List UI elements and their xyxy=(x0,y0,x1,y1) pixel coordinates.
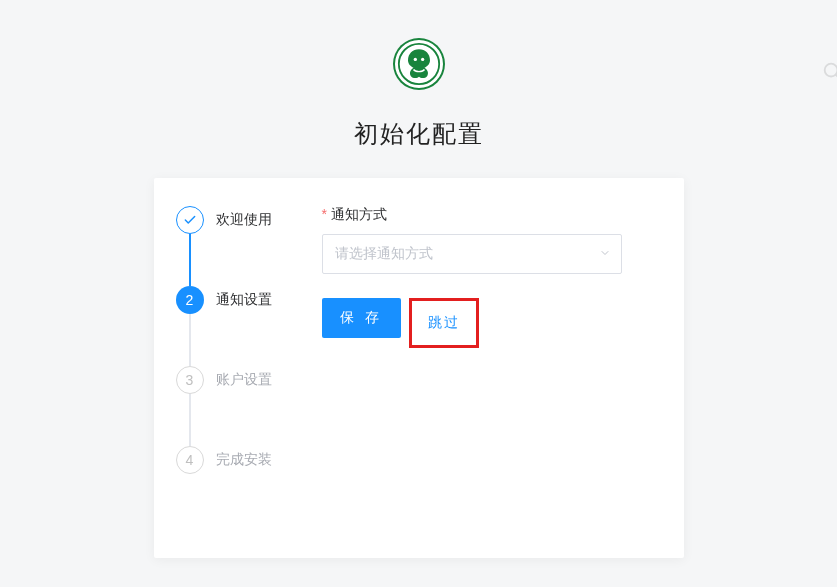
dragon-logo-icon xyxy=(397,42,441,86)
svg-point-3 xyxy=(825,64,837,77)
chevron-down-icon xyxy=(599,246,611,262)
svg-point-2 xyxy=(421,58,424,61)
notify-method-select[interactable]: 请选择通知方式 xyxy=(322,234,622,274)
step-number-icon: 2 xyxy=(176,286,204,314)
step-label: 账户设置 xyxy=(216,371,272,389)
step-notify[interactable]: 2 通知设置 xyxy=(176,286,306,314)
skip-highlight-box: 跳过 xyxy=(409,298,479,348)
search-icon[interactable] xyxy=(821,60,837,86)
config-card: 欢迎使用 2 通知设置 3 账户设置 4 完成安装 *通知方式 xyxy=(154,178,684,558)
save-button[interactable]: 保 存 xyxy=(322,298,402,338)
step-welcome[interactable]: 欢迎使用 xyxy=(176,206,306,234)
svg-point-1 xyxy=(413,58,416,61)
step-label: 欢迎使用 xyxy=(216,211,272,229)
label-text: 通知方式 xyxy=(331,206,387,222)
field-label: *通知方式 xyxy=(322,206,664,224)
step-label: 完成安装 xyxy=(216,451,272,469)
page-title: 初始化配置 xyxy=(354,118,484,150)
step-connector xyxy=(189,234,191,286)
skip-button[interactable]: 跳过 xyxy=(414,303,474,343)
step-label: 通知设置 xyxy=(216,291,272,309)
step-number-icon: 4 xyxy=(176,446,204,474)
step-connector xyxy=(189,314,191,366)
select-placeholder: 请选择通知方式 xyxy=(335,245,433,263)
app-logo xyxy=(393,38,445,90)
required-star-icon: * xyxy=(322,206,327,222)
step-finish[interactable]: 4 完成安装 xyxy=(176,446,306,474)
step-account[interactable]: 3 账户设置 xyxy=(176,366,306,394)
step-number-icon: 3 xyxy=(176,366,204,394)
form-content: *通知方式 请选择通知方式 保 存 跳过 xyxy=(306,206,664,538)
steps-list: 欢迎使用 2 通知设置 3 账户设置 4 完成安装 xyxy=(176,206,306,538)
check-icon xyxy=(176,206,204,234)
step-connector xyxy=(189,394,191,446)
